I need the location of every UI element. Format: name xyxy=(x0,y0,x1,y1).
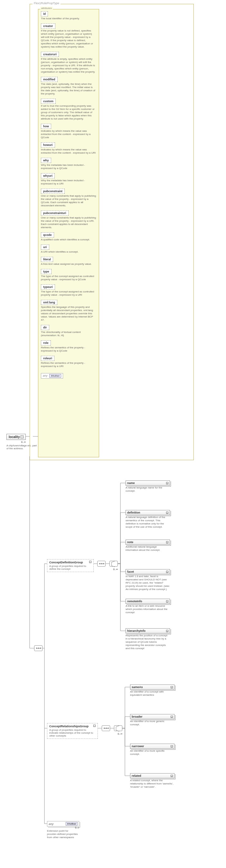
type-box: Flex1RolePropType xyxy=(30,4,194,5)
type-label: Flex1RolePropType xyxy=(32,2,60,5)
